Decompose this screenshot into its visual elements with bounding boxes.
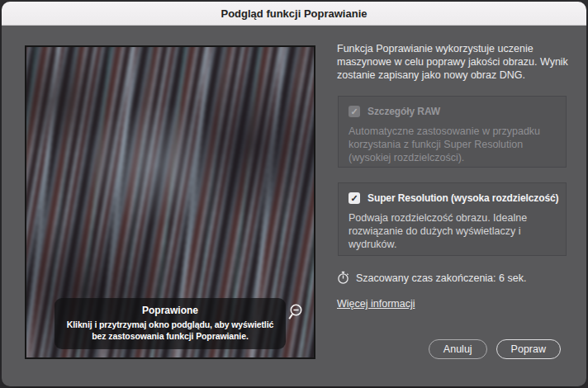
zoom-out-icon[interactable]: [286, 303, 304, 323]
dialog-title: Podgląd funkcji Poprawianie: [221, 7, 368, 20]
enhance-preview-dialog: Podgląd funkcji Poprawianie Poprawione K…: [2, 2, 586, 386]
super-resolution-row[interactable]: ✓ Super Resolution (wysoka rozdzielczość…: [349, 192, 557, 204]
estimated-time-text: Szacowany czas zakończenia: 6 sek.: [356, 272, 526, 284]
enhance-button[interactable]: Popraw: [496, 339, 561, 359]
badge-instruction-line2: bez zastosowania funkcji Poprawianie.: [59, 330, 281, 342]
more-info-link[interactable]: Więcej informacji: [337, 298, 415, 310]
raw-details-group: ✓ Szczegóły RAW Automatyczne zastosowani…: [338, 96, 567, 168]
enhance-preview-image[interactable]: Poprawione Kliknij i przytrzymaj okno po…: [25, 45, 315, 359]
super-resolution-group: ✓ Super Resolution (wysoka rozdzielczość…: [338, 182, 567, 256]
badge-instruction-line1: Kliknij i przytrzymaj okno podglądu, aby…: [59, 319, 281, 330]
cancel-button[interactable]: Anuluj: [429, 339, 487, 359]
super-resolution-checkbox-checked-icon[interactable]: ✓: [349, 192, 360, 204]
dialog-description: Funkcja Poprawianie wykorzystuje uczenie…: [337, 42, 583, 82]
raw-details-checkbox-checked-icon: ✓: [349, 106, 360, 117]
badge-title: Poprawione: [59, 305, 281, 316]
raw-details-label: Szczegóły RAW: [368, 106, 440, 117]
raw-details-row: ✓ Szczegóły RAW: [349, 106, 557, 117]
dialog-actions: Anuluj Popraw: [429, 339, 561, 359]
super-resolution-description: Podwaja rozdzielczość obrazu. Idealne ro…: [349, 211, 557, 251]
dialog-titlebar: Podgląd funkcji Poprawianie: [2, 2, 586, 26]
raw-details-description: Automatyczne zastosowanie w przypadku ko…: [349, 125, 557, 164]
preview-info-badge: Poprawione Kliknij i przytrzymaj okno po…: [55, 298, 286, 349]
super-resolution-label[interactable]: Super Resolution (wysoka rozdzielczość): [368, 192, 558, 204]
estimated-time-row: Szacowany czas zakończenia: 6 sek.: [337, 271, 526, 285]
stopwatch-icon: [337, 271, 349, 285]
